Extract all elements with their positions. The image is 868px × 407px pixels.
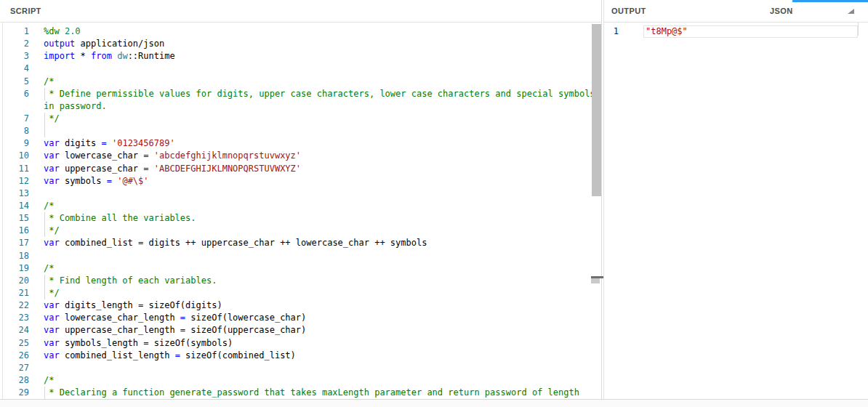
code-token: var — [44, 150, 60, 161]
script-scrollbar-thumb[interactable] — [592, 24, 601, 196]
code-line[interactable]: 17var combined_list = digits ++ uppercas… — [3, 237, 592, 249]
code-line-text: var symbols = '@#\$' — [44, 175, 149, 188]
code-line[interactable]: 28/* — [3, 374, 592, 387]
code-line[interactable]: 3import * from dw::Runtime — [3, 50, 592, 63]
output-format-tab-json[interactable]: JSON — [770, 0, 793, 22]
code-token: digits_length — [60, 300, 138, 310]
code-line[interactable]: 1%dw 2.0 — [3, 25, 592, 38]
code-token: */ — [44, 225, 60, 235]
line-number: 1 — [604, 25, 619, 38]
code-token: sizeOf(digits) — [143, 300, 222, 310]
code-token: var — [44, 300, 60, 310]
code-line[interactable]: 7 */ — [3, 113, 592, 125]
code-token: import — [44, 51, 75, 61]
line-number: 25 — [3, 337, 29, 350]
code-token — [149, 150, 154, 161]
code-line[interactable]: 2output application/json — [3, 38, 592, 50]
code-line-text: /* — [44, 262, 54, 275]
code-line[interactable]: in password. — [3, 100, 592, 113]
code-line[interactable]: 22var digits_length = sizeOf(digits) — [3, 299, 592, 312]
code-line-text: */ — [44, 287, 60, 299]
code-line-text: * Combine all the variables. — [44, 212, 196, 225]
code-token — [60, 26, 65, 36]
line-number: 1 — [3, 25, 29, 38]
line-number: 20 — [3, 275, 29, 287]
code-token: lowercase_char_length — [60, 313, 180, 323]
code-line[interactable]: 18 — [3, 250, 592, 262]
code-line-text: %dw 2.0 — [44, 25, 81, 38]
code-token: sizeOf(combined_list) — [180, 350, 296, 360]
code-token: in password. — [44, 101, 107, 111]
code-line[interactable]: 5/* — [3, 76, 592, 88]
code-line[interactable]: 27 — [3, 362, 592, 374]
code-token: * Find length of each variables. — [44, 275, 217, 286]
code-token: = — [143, 150, 148, 161]
code-line-text: var uppercase_char_length = sizeOf(upper… — [44, 324, 306, 337]
code-token: ::Runtime — [128, 51, 175, 61]
line-number: 9 — [3, 137, 29, 150]
code-token: 'ABCDEFGHIJKLMNOPQRSTUVWXYZ' — [154, 164, 301, 174]
code-line-text: * Define permissible values for digits, … — [44, 88, 592, 100]
code-token: %dw — [44, 26, 60, 36]
output-panel-header: OUTPUT JSON — [603, 0, 868, 23]
line-number: 23 — [3, 312, 29, 324]
code-token: '0123456789' — [112, 138, 175, 148]
code-line[interactable]: 26var combined_list_length = sizeOf(comb… — [3, 350, 592, 362]
code-token: var — [44, 138, 60, 148]
code-line[interactable]: 13 — [3, 188, 592, 200]
line-number: 12 — [3, 175, 29, 188]
code-line[interactable]: 23var lowercase_char_length = sizeOf(low… — [3, 312, 592, 324]
code-line[interactable]: 14/* — [3, 200, 592, 212]
code-line[interactable]: 24var uppercase_char_length = sizeOf(upp… — [3, 324, 592, 337]
code-token: var — [44, 350, 60, 360]
code-token: */ — [44, 113, 60, 124]
code-line[interactable]: 29 * Declaring a function generate_passw… — [3, 387, 592, 399]
code-line[interactable]: 25var symbols_length = sizeOf(symbols) — [3, 337, 592, 350]
output-overview-ruler — [858, 23, 859, 36]
code-token: * Define permissible values for digits, … — [44, 89, 592, 99]
code-line-text: var combined_list_length = sizeOf(combin… — [44, 350, 296, 362]
bottom-panel-strip — [0, 399, 868, 407]
code-line[interactable]: 19/* — [3, 262, 592, 275]
panel-divider[interactable] — [601, 0, 602, 399]
dataweave-playground: SCRIPT OUTPUT JSON 1%dw 2.02output appli… — [0, 0, 868, 407]
line-number: 4 — [3, 63, 29, 75]
code-line[interactable]: 8 — [3, 125, 592, 137]
line-number: 18 — [3, 250, 29, 262]
line-number: 8 — [3, 125, 29, 137]
code-line-text: var lowercase_char_length = sizeOf(lower… — [44, 312, 306, 324]
code-token: * Combine all the variables. — [44, 213, 196, 223]
code-line[interactable]: 9var digits = '0123456789' — [3, 137, 592, 150]
line-number: 2 — [3, 38, 29, 50]
code-line[interactable]: 21 */ — [3, 287, 592, 299]
code-line-text: output application/json — [44, 38, 164, 50]
code-line-text: in password. — [44, 100, 107, 113]
code-line[interactable]: 16 */ — [3, 225, 592, 237]
script-code-editor[interactable]: 1%dw 2.02output application/json3import … — [3, 23, 592, 399]
code-line[interactable]: 15 * Combine all the variables. — [3, 212, 592, 225]
code-token: dw — [117, 51, 127, 61]
code-line[interactable]: 12var symbols = '@#\$' — [3, 175, 592, 188]
code-token: /* — [44, 263, 54, 273]
code-line[interactable]: 20 * Find length of each variables. — [3, 275, 592, 287]
code-token: from — [91, 51, 112, 61]
code-line-text: * Find length of each variables. — [44, 275, 217, 287]
line-number: 26 — [3, 350, 29, 362]
code-token: 2.0 — [65, 26, 81, 36]
collapse-corner-icon[interactable] — [848, 9, 854, 14]
line-number: 14 — [3, 200, 29, 212]
line-number: 17 — [3, 237, 29, 249]
script-scrollbar[interactable] — [592, 23, 601, 398]
active-tab-indicator — [792, 0, 868, 2]
code-line-text: var combined_list = digits ++ uppercase_… — [44, 237, 427, 249]
output-code-editor[interactable]: 1"t8Mp@$" — [604, 23, 858, 399]
line-number: 21 — [3, 287, 29, 299]
code-line[interactable]: 4 — [3, 63, 592, 75]
code-line[interactable]: 10var lowercase_char = 'abcdefghijklmnop… — [3, 150, 592, 162]
line-number: 29 — [3, 387, 29, 399]
code-line[interactable]: 1"t8Mp@$" — [604, 25, 858, 38]
code-line[interactable]: 6 * Define permissible values for digits… — [3, 88, 592, 100]
code-token: = — [175, 350, 180, 360]
code-line[interactable]: 11var uppercase_char = 'ABCDEFGHIJKLMNOP… — [3, 163, 592, 175]
code-token: var — [44, 176, 60, 186]
